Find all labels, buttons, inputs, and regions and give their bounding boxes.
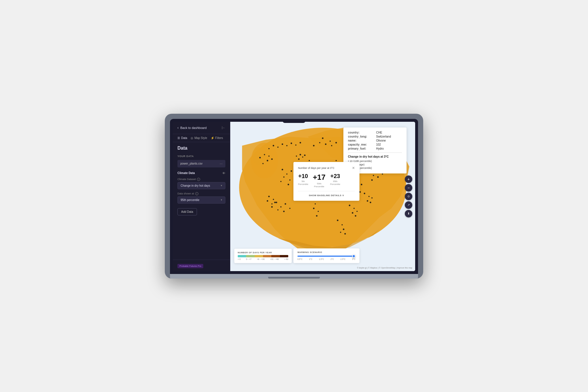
- svg-point-75: [343, 228, 344, 230]
- svg-point-12: [291, 170, 292, 172]
- legend-segment-2: [246, 255, 254, 257]
- capacity-val: 102: [376, 143, 381, 146]
- svg-point-7: [262, 163, 264, 164]
- legend-box: NUMBER OF DAYS PER YEAR < 0 0→+7 +8→+30 …: [234, 249, 292, 263]
- country-key: country:: [348, 131, 374, 134]
- svg-point-92: [299, 142, 301, 143]
- p5-number: +10: [298, 173, 308, 179]
- svg-point-50: [318, 211, 319, 212]
- warming-label-4: 2.5°C: [341, 258, 346, 260]
- svg-point-59: [313, 145, 314, 146]
- svg-point-89: [286, 145, 287, 146]
- climate-data-header: Climate Data 👁: [177, 171, 225, 175]
- map-area[interactable]: country: CHE country_long: Switzerland n…: [230, 122, 415, 271]
- sidebar-nav-filters[interactable]: ⚡ Filters: [211, 136, 223, 140]
- download-button[interactable]: ⬇: [405, 210, 412, 217]
- warming-labels: 0.5°C 1°C 1.5°C 2°C 2.5°C 3°C: [297, 258, 355, 260]
- back-label: Back to dashboard: [180, 126, 207, 130]
- svg-point-64: [331, 145, 332, 146]
- svg-point-103: [271, 203, 272, 204]
- svg-point-70: [361, 184, 362, 185]
- warming-slider-thumb[interactable]: [352, 254, 355, 258]
- zoom-out-button[interactable]: −: [405, 184, 412, 192]
- probable-futures-badge: Probable Futures Pro: [177, 264, 203, 268]
- p95-number: +23: [330, 173, 341, 179]
- svg-point-53: [280, 206, 281, 207]
- svg-point-3: [253, 147, 265, 165]
- legend-title: NUMBER OF DAYS PER YEAR: [238, 252, 288, 254]
- sidebar: ‹ Back to dashboard |← ☰ Data ◎ Map Styl…: [173, 122, 230, 271]
- warming-slider-track[interactable]: [297, 256, 355, 257]
- svg-point-58: [271, 206, 273, 207]
- tooltip-capacity-row: capacity_mw: 102: [348, 143, 402, 146]
- add-data-button[interactable]: Add Data: [177, 208, 197, 215]
- p5-label: 5thPercentile: [298, 180, 308, 186]
- climate-dataset-dropdown[interactable]: Change in dry hot days ▾: [177, 182, 225, 189]
- legend-segment-4: [263, 255, 271, 257]
- warming-label-0: 0.5°C: [297, 258, 303, 260]
- legend-color-bar: [238, 255, 288, 257]
- back-to-dashboard-button[interactable]: ‹ Back to dashboard |←: [173, 122, 230, 134]
- name-val: Olivone: [376, 139, 386, 142]
- svg-point-49: [313, 208, 314, 209]
- fuel-val: Hydro: [376, 147, 384, 150]
- svg-point-52: [274, 202, 276, 203]
- svg-point-77: [344, 233, 346, 234]
- data-icon: ☰: [177, 136, 180, 140]
- external-link-button[interactable]: ↗: [405, 201, 412, 209]
- data-shown-info-icon[interactable]: i: [195, 192, 198, 195]
- capacity-key: capacity_mw:: [348, 143, 374, 146]
- data-file-row: power_plants.csv ···: [177, 160, 225, 167]
- camera-icon: ⊙: [407, 195, 410, 198]
- svg-point-107: [352, 212, 353, 213]
- svg-point-105: [349, 204, 350, 206]
- camera-button[interactable]: ⊙: [405, 193, 412, 200]
- svg-point-33: [299, 154, 301, 155]
- data-shown-dropdown[interactable]: 95th percentile ▾: [177, 196, 225, 204]
- climate-dataset-value: Change in dry hot days: [181, 184, 210, 187]
- data-nav-label: Data: [181, 136, 187, 140]
- data-shown-arrow-icon: ▾: [221, 198, 222, 201]
- svg-point-100: [268, 196, 270, 197]
- svg-point-86: [273, 145, 274, 146]
- map-attribution: © kepler.gl | © Mapbox | © OpenStreetMap…: [357, 267, 412, 269]
- legend-label-4: > 60: [284, 258, 288, 260]
- data-shown-value: 95th percentile: [181, 198, 200, 202]
- file-menu-button[interactable]: ···: [220, 162, 223, 166]
- sidebar-nav-data[interactable]: ☰ Data: [177, 136, 187, 140]
- svg-point-16: [280, 181, 281, 182]
- sidebar-nav-map-style[interactable]: ◎ Map Style: [191, 136, 207, 140]
- legend-labels: < 0 0→+7 +8→+30 +31→+60 > 60: [238, 258, 288, 260]
- popup-values: +10 5thPercentile +17 50thPercentile +23…: [298, 173, 355, 188]
- svg-point-6: [267, 160, 268, 161]
- svg-point-65: [335, 142, 337, 143]
- name-key: name:: [348, 139, 374, 142]
- external-link-icon: ↗: [407, 203, 410, 206]
- legend-segment-5: [271, 255, 280, 257]
- warming-title: WARMING SCENARIO: [297, 251, 355, 253]
- svg-point-63: [322, 137, 323, 139]
- zoom-in-button[interactable]: +: [405, 175, 412, 183]
- climate-dataset-label: Climate Dataset i: [177, 178, 225, 181]
- svg-point-110: [364, 193, 365, 194]
- baseline-details-button[interactable]: SHOW BASELINE DETAILS ∨: [309, 194, 344, 197]
- country-long-key: country_long:: [348, 135, 374, 138]
- svg-point-85: [268, 148, 270, 149]
- legend-label-0: < 0: [238, 258, 241, 260]
- warming-label-2: 1.5°C: [319, 258, 324, 260]
- percentile-5th: +10 5thPercentile: [298, 173, 308, 186]
- svg-point-32: [302, 156, 303, 157]
- sidebar-collapse-icon[interactable]: |←: [222, 126, 225, 129]
- climate-dataset-info-icon[interactable]: i: [197, 178, 200, 181]
- sidebar-title: Data: [177, 146, 225, 151]
- svg-point-83: [382, 173, 383, 174]
- popup-title: Number of days per year at 3°C: [298, 167, 334, 169]
- popup-close-button[interactable]: ✕: [352, 166, 355, 170]
- climate-title: Change in dry hot days at 3°C: [348, 155, 402, 158]
- svg-point-104: [276, 202, 277, 203]
- svg-point-35: [304, 154, 305, 156]
- svg-point-34: [296, 155, 297, 157]
- visibility-toggle-icon[interactable]: 👁: [222, 171, 225, 175]
- map-style-icon: ◎: [191, 136, 193, 140]
- popup-baseline: SHOW BASELINE DETAILS ∨: [298, 191, 355, 197]
